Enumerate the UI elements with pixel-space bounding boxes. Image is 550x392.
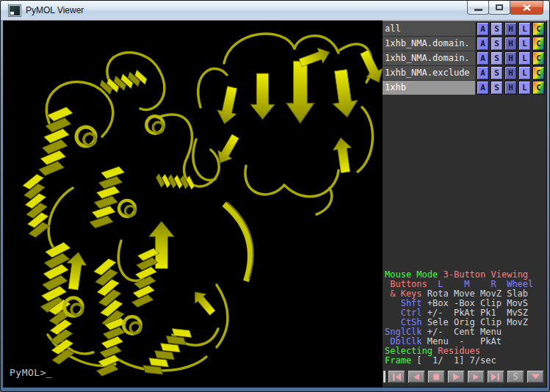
- object-menu-button-h[interactable]: H: [504, 51, 517, 65]
- movie-transport: S: [383, 369, 546, 384]
- pymol-viewer-window: PyMOL Viewer: [0, 0, 550, 392]
- close-icon: [523, 4, 531, 11]
- object-menu-button-s[interactable]: S: [491, 81, 503, 95]
- play-button[interactable]: [447, 370, 465, 383]
- transport-menu-button[interactable]: [527, 370, 544, 383]
- control-panel: allASHLC1xhb_NMA.domain.ASHLC1xhb_NMA.do…: [383, 21, 546, 387]
- object-name-label[interactable]: 1xhb_NMA.domain.: [383, 37, 475, 51]
- object-menu-button-a[interactable]: A: [477, 66, 489, 80]
- mouse-panel-line: Frame [ 1/ 1] 7/sec: [385, 356, 546, 366]
- object-menu-button-c[interactable]: C: [532, 37, 545, 51]
- object-menu-button-s[interactable]: S: [491, 22, 503, 36]
- s-toggle-button[interactable]: S: [507, 370, 524, 383]
- close-button[interactable]: [510, 1, 543, 15]
- maximize-icon: [496, 4, 503, 10]
- step-forward-button[interactable]: [467, 370, 485, 383]
- step-back-icon: [412, 373, 421, 381]
- menu-down-icon: [531, 373, 540, 380]
- object-name-label[interactable]: 1xhb: [383, 81, 475, 95]
- object-menu-button-a[interactable]: A: [477, 81, 489, 95]
- object-menu-button-l[interactable]: L: [518, 22, 531, 36]
- transport-handle: [383, 371, 386, 382]
- object-name-label[interactable]: 1xhb_NMA.exclude: [383, 66, 475, 80]
- mouse-panel: Mouse Mode 3-Button Viewing Buttons L M …: [383, 269, 546, 368]
- 3d-viewport[interactable]: PyMOL>_: [4, 21, 383, 387]
- panel-spacer: [383, 95, 546, 269]
- minimize-button[interactable]: [467, 1, 489, 15]
- object-menu-button-c[interactable]: C: [532, 22, 545, 36]
- play-icon: [452, 373, 460, 381]
- object-menu-button-c[interactable]: C: [532, 66, 545, 80]
- object-name-label[interactable]: 1xhb_NMA.domain.: [383, 51, 475, 65]
- go-to-start-icon: [391, 373, 402, 381]
- go-to-end-icon: [491, 373, 501, 381]
- object-menu-button-h[interactable]: H: [504, 66, 517, 80]
- object-list: allASHLC1xhb_NMA.domain.ASHLC1xhb_NMA.do…: [383, 21, 546, 95]
- object-row[interactable]: 1xhb_NMA.domain.ASHLC: [383, 37, 546, 51]
- step-back-button[interactable]: [408, 370, 425, 383]
- object-menu-button-a[interactable]: A: [477, 51, 489, 65]
- object-menu-button-l[interactable]: L: [518, 81, 531, 95]
- window-controls: [468, 1, 543, 15]
- object-menu-button-l[interactable]: L: [518, 37, 531, 51]
- object-menu-button-c[interactable]: C: [532, 51, 545, 65]
- app-icon: [9, 5, 21, 16]
- maximize-button[interactable]: [488, 1, 510, 15]
- object-menu-button-a[interactable]: A: [477, 22, 489, 36]
- stop-icon: [432, 373, 441, 381]
- protein-structure: [4, 21, 383, 387]
- object-menu-button-s[interactable]: S: [491, 37, 503, 51]
- object-menu-button-h[interactable]: H: [504, 22, 517, 36]
- object-name-label[interactable]: all: [383, 22, 475, 36]
- go-to-end-button[interactable]: [487, 370, 504, 383]
- minimize-icon: [474, 9, 482, 11]
- object-menu-button-s[interactable]: S: [491, 66, 503, 80]
- object-menu-button-a[interactable]: A: [477, 37, 489, 51]
- s-toggle-label: S: [513, 371, 518, 382]
- object-menu-button-s[interactable]: S: [491, 51, 503, 65]
- object-menu-button-h[interactable]: H: [504, 37, 517, 51]
- object-menu-button-l[interactable]: L: [518, 66, 531, 80]
- object-row[interactable]: 1xhb_NMA.excludeASHLC: [383, 66, 546, 80]
- object-row[interactable]: 1xhbASHLC: [383, 81, 546, 95]
- object-row[interactable]: allASHLC: [383, 22, 546, 36]
- object-menu-button-h[interactable]: H: [504, 81, 517, 95]
- command-prompt[interactable]: PyMOL>_: [10, 367, 52, 378]
- step-forward-icon: [471, 373, 480, 381]
- go-to-start-button[interactable]: [388, 370, 405, 383]
- object-menu-button-c[interactable]: C: [532, 81, 545, 95]
- window-body: PyMOL>_ allASHLC1xhb_NMA.domain.ASHLC1xh…: [4, 21, 546, 387]
- stop-button[interactable]: [427, 370, 445, 383]
- window-title: PyMOL Viewer: [26, 5, 84, 15]
- object-row[interactable]: 1xhb_NMA.domain.ASHLC: [383, 51, 546, 65]
- object-menu-button-l[interactable]: L: [518, 51, 531, 65]
